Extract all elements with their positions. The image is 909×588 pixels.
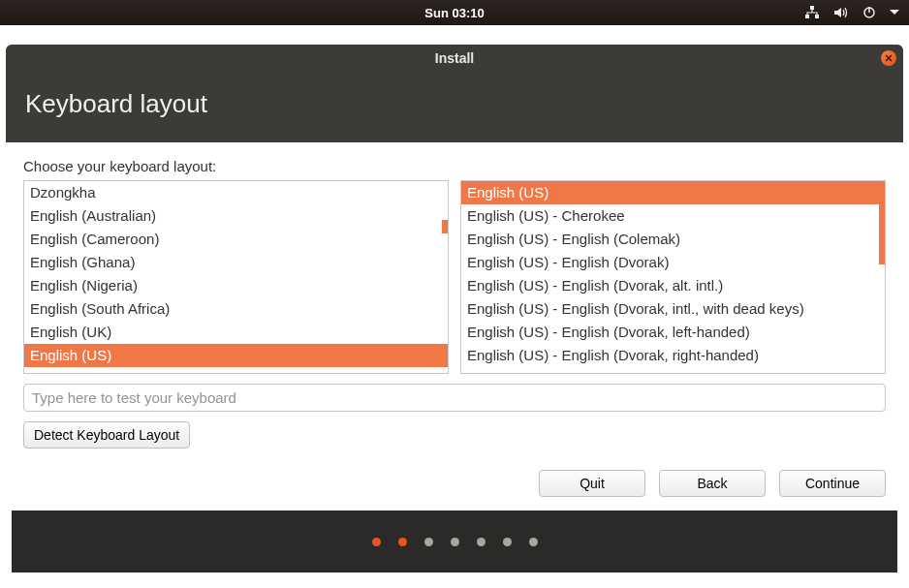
keyboard-test-input[interactable] [23, 384, 886, 412]
variant-list-item[interactable]: English (US) [461, 181, 885, 204]
volume-icon[interactable] [833, 6, 849, 19]
button-row: Quit Back Continue [6, 449, 903, 511]
page-title: Keyboard layout [25, 89, 207, 118]
variant-list[interactable]: English (US)English (US) - CherokeeEngli… [460, 180, 886, 374]
variant-list-item[interactable]: English (US) - English (Dvorak, alt. int… [461, 274, 885, 297]
layout-list-item[interactable]: English (UK) [24, 321, 448, 344]
window-title: Install [435, 50, 474, 66]
progress-dot [398, 538, 407, 546]
detect-layout-button[interactable]: Detect Keyboard Layout [23, 421, 190, 449]
scrollbar-thumb[interactable] [879, 181, 885, 264]
variant-list-item[interactable]: English (US) - English (Dvorak) [461, 251, 885, 274]
page-header: Keyboard layout [6, 72, 903, 142]
choose-label: Choose your keyboard layout: [23, 158, 886, 174]
close-button[interactable] [881, 50, 896, 66]
progress-dot [451, 538, 459, 546]
layout-list-item[interactable]: English (Cameroon) [24, 228, 448, 251]
progress-dot [529, 538, 538, 546]
continue-button[interactable]: Continue [779, 470, 886, 497]
progress-dots [12, 511, 897, 573]
progress-dot [372, 538, 381, 546]
main-content: Choose your keyboard layout: DzongkhaEng… [6, 142, 903, 449]
layout-list-item[interactable]: English (US) [24, 344, 448, 367]
install-window: Install Keyboard layout Choose your keyb… [6, 45, 903, 573]
clock: Sun 03:10 [424, 6, 484, 20]
progress-dot [424, 538, 433, 546]
layout-list-item[interactable]: Dzongkha [24, 181, 448, 204]
scrollbar-thumb[interactable] [442, 220, 448, 233]
layout-list-item[interactable]: English (Ghana) [24, 251, 448, 274]
system-topbar: Sun 03:10 [0, 0, 909, 25]
power-icon[interactable] [862, 6, 876, 19]
variant-list-item[interactable]: English (US) - English (Dvorak, right-ha… [461, 344, 885, 367]
layout-list-item[interactable]: English (Nigeria) [24, 274, 448, 297]
layout-lists: DzongkhaEnglish (Australian)English (Cam… [23, 180, 886, 374]
dropdown-icon[interactable] [890, 10, 899, 15]
svg-rect-1 [805, 15, 809, 18]
variant-list-item[interactable]: English (US) - English (Dvorak, left-han… [461, 321, 885, 344]
system-tray [804, 6, 899, 19]
layout-list-item[interactable]: English (South Africa) [24, 297, 448, 321]
layout-list-item[interactable]: Esperanto [24, 367, 448, 374]
window-titlebar: Install [6, 45, 903, 72]
quit-button[interactable]: Quit [539, 470, 645, 497]
svg-rect-2 [815, 15, 819, 18]
variant-list-item[interactable]: English (US) - English (Colemak) [461, 228, 885, 251]
variant-list-item[interactable]: English (US) - English (Macintosh) [461, 367, 885, 374]
progress-dot [503, 538, 512, 546]
progress-dot [477, 538, 486, 546]
layout-list-item[interactable]: English (Australian) [24, 204, 448, 228]
back-button[interactable]: Back [659, 470, 766, 497]
layout-list[interactable]: DzongkhaEnglish (Australian)English (Cam… [23, 180, 449, 374]
network-icon[interactable] [804, 6, 820, 19]
svg-rect-0 [810, 6, 814, 10]
variant-list-item[interactable]: English (US) - English (Dvorak, intl., w… [461, 297, 885, 321]
variant-list-item[interactable]: English (US) - Cherokee [461, 204, 885, 228]
